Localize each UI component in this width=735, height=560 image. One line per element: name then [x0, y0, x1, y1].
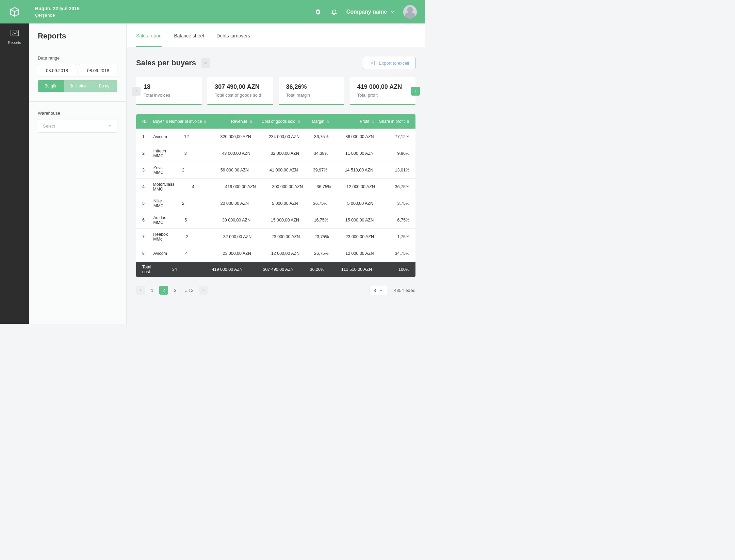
- section-title: Sales per buyers: [136, 59, 196, 67]
- th-revenue[interactable]: Revenue⇅: [207, 119, 252, 124]
- page-last[interactable]: ...12: [182, 286, 196, 295]
- metric-total-margin: 36,26% Total margin: [279, 77, 344, 105]
- cell-cogs: 300 000,00 AZN: [256, 184, 303, 189]
- table-row[interactable]: 4MotorClass MMC4419 000,00 AZN300 000,00…: [136, 179, 415, 195]
- th-num[interactable]: Number of invoice⇅: [168, 119, 207, 124]
- cell-num: 12: [167, 134, 206, 139]
- caret-up-icon: [379, 289, 383, 292]
- range-week[interactable]: Bu Həftə: [64, 80, 91, 92]
- chevron-right-icon: [201, 289, 205, 292]
- company-dropdown[interactable]: Company name: [346, 9, 395, 15]
- table-row[interactable]: 5Nike MMC220 000,00 AZN5 000,00 AZN36,75…: [136, 195, 415, 212]
- metric-label: Total cost of goods sold: [215, 93, 265, 98]
- cell-buyer: Inttech MMC: [153, 149, 166, 158]
- date-to-input[interactable]: 08.09.2018: [79, 64, 117, 77]
- table-header: № Buyer⇅ Number of invoice⇅ Revenue⇅ Cos…: [136, 114, 415, 129]
- page-3[interactable]: 3: [171, 286, 180, 295]
- cell-num: 5: [166, 218, 205, 223]
- cell-cogs: 5 000,00 AZN: [249, 201, 298, 206]
- app-logo: [0, 0, 29, 23]
- date-from-input[interactable]: 08.09.2018: [38, 64, 76, 77]
- metric-label: Total margin: [286, 93, 337, 98]
- company-name-label: Company name: [346, 9, 387, 15]
- table-row[interactable]: 7Reebok MMc232 000,00 AZN23 000,00 AZN23…: [136, 229, 415, 245]
- header-date-main: Bugün, 22 İyul 2019: [35, 6, 314, 11]
- tf-cogs: 307 490,00 AZN: [243, 267, 294, 272]
- cell-no: 5: [142, 201, 153, 206]
- metric-total-cogs: 307 490,00 AZN Total cost of goods sold: [207, 77, 273, 105]
- table-row[interactable]: 8Avicom423 000,00 AZN12 000,00 AZN26,75%…: [136, 245, 415, 262]
- chevron-left-icon: [134, 89, 138, 93]
- sort-icon: ⇅: [166, 120, 168, 123]
- page-prev[interactable]: [136, 286, 145, 295]
- avatar[interactable]: [403, 5, 417, 19]
- warehouse-label: Warehouse: [38, 111, 117, 116]
- cell-buyer: Nike MMC: [153, 199, 164, 208]
- metric-total-invoices: 18 Total invoices: [136, 77, 202, 105]
- cell-buyer: MotorClass MMC: [153, 182, 174, 192]
- date-range-toggle: Bu gün Bu Həftə Bu ay: [38, 80, 117, 92]
- th-no[interactable]: №: [142, 119, 153, 124]
- cell-profit: 12 000,00 AZN: [329, 251, 374, 256]
- chevron-down-icon: [108, 123, 112, 128]
- chevron-right-icon: [414, 89, 417, 93]
- top-actions: Company name: [314, 5, 425, 19]
- settings-icon[interactable]: [314, 8, 322, 16]
- cell-margin: 36,75%: [299, 134, 328, 139]
- page-size-select[interactable]: 8: [369, 285, 387, 295]
- cell-no: 6: [142, 218, 153, 223]
- table-row[interactable]: 2Inttech MMC343 000,00 AZN32 000,00 AZN3…: [136, 145, 415, 162]
- table-row[interactable]: 3Zevs MMC256 000,00 AZN41 000,00 AZN39,9…: [136, 162, 415, 179]
- cell-profit: 11 000,00 AZN: [328, 151, 374, 156]
- cell-share: 13,01%: [373, 168, 409, 172]
- tab-balance-sheet[interactable]: Balance sheet: [174, 33, 204, 47]
- cell-buyer: Avicom: [153, 251, 167, 256]
- tf-num: 34: [154, 267, 195, 272]
- cell-revenue: 43 000,00 AZN: [205, 151, 250, 156]
- metrics-row: 18 Total invoices 307 490,00 AZN Total c…: [136, 77, 415, 105]
- cell-revenue: 30 000,00 AZN: [205, 218, 250, 223]
- range-today[interactable]: Bu gün: [38, 80, 64, 92]
- sort-icon: ⇅: [249, 120, 252, 123]
- cell-no: 8: [142, 251, 153, 256]
- th-share[interactable]: Share in profit⇅: [374, 119, 409, 124]
- chevron-down-icon: [203, 61, 208, 65]
- nav-reports[interactable]: Reports: [8, 28, 21, 45]
- cube-icon: [9, 6, 20, 17]
- warehouse-select[interactable]: Select: [38, 119, 117, 133]
- filters-panel: Reports Date range 08.09.2018 08.09.2018…: [29, 23, 127, 324]
- th-cogs[interactable]: Cost of goods sold⇅: [252, 119, 300, 124]
- page-next[interactable]: [199, 286, 208, 295]
- warehouse-placeholder: Select: [43, 123, 55, 129]
- cell-cogs: 12 000,00 AZN: [251, 251, 299, 256]
- table-row[interactable]: 6Adidas MMC530 000,00 AZN15 000,00 AZN16…: [136, 212, 415, 229]
- th-profit[interactable]: Profit⇅: [329, 119, 374, 124]
- metrics-scroll-left[interactable]: [132, 87, 141, 96]
- svg-point-1: [16, 33, 18, 35]
- metrics-scroll-right[interactable]: [411, 87, 420, 96]
- cell-no: 1: [142, 134, 153, 139]
- cell-revenue: 320 000,00 AZN: [206, 134, 251, 139]
- cell-no: 3: [142, 168, 153, 172]
- tf-rev: 419 000,00 AZN: [195, 267, 243, 272]
- table-footer: Total cost 34 419 000,00 AZN 307 490,00 …: [136, 262, 415, 277]
- chevron-left-icon: [139, 289, 142, 292]
- th-margin[interactable]: Margin⇅: [300, 119, 329, 124]
- export-excel-button[interactable]: Export to excell: [363, 57, 415, 69]
- tab-sales-report[interactable]: Sales report: [136, 33, 162, 47]
- th-buyer[interactable]: Buyer⇅: [153, 119, 168, 124]
- metric-value: 307 490,00 AZN: [215, 83, 265, 90]
- range-month[interactable]: Bu ay: [91, 80, 117, 92]
- bell-icon[interactable]: [330, 8, 338, 16]
- cell-margin: 36,75%: [303, 184, 331, 189]
- table-row[interactable]: 1Avicom12320 000,00 AZN234 000,00 AZN36,…: [136, 129, 415, 145]
- tabs: Sales report Balance sheet Debts turnove…: [127, 23, 425, 47]
- section-dropdown[interactable]: [201, 58, 210, 68]
- page-1[interactable]: 1: [148, 286, 157, 295]
- tab-debts-turnovers[interactable]: Debts turnovers: [216, 33, 250, 47]
- cell-profit: 86 000,00 AZN: [329, 134, 374, 139]
- cell-num: 4: [175, 184, 212, 189]
- cell-cogs: 23 000,00 AZN: [251, 234, 300, 239]
- page-2[interactable]: 2: [159, 286, 168, 295]
- cell-share: 34,75%: [374, 251, 409, 256]
